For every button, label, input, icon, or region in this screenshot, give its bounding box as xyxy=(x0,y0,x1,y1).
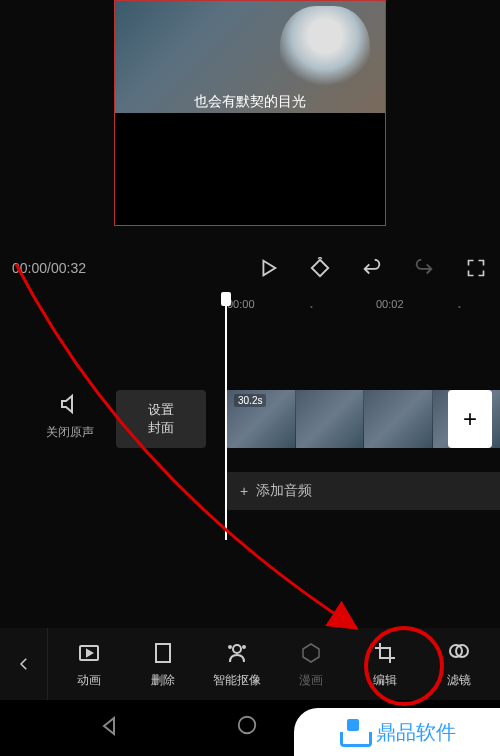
keyframe-button[interactable] xyxy=(308,256,332,280)
tool-edit[interactable]: 编辑 xyxy=(357,640,413,689)
video-preview-area: 也会有默契的目光 xyxy=(0,0,500,226)
set-cover-button[interactable]: 设置封面 xyxy=(116,390,206,448)
playhead[interactable] xyxy=(225,294,227,540)
cutout-icon xyxy=(224,640,250,666)
mute-toggle[interactable]: 关闭原声 xyxy=(46,392,94,441)
redo-button[interactable] xyxy=(412,256,436,280)
undo-button[interactable] xyxy=(360,256,384,280)
bottom-toolbar: 动画 删除 智能抠像 漫画 编辑 滤镜 xyxy=(0,628,500,700)
tool-animation[interactable]: 动画 xyxy=(61,640,117,689)
svg-rect-1 xyxy=(156,644,170,662)
filter-icon xyxy=(446,640,472,666)
nav-back-button[interactable] xyxy=(96,714,124,742)
tool-smart-cutout[interactable]: 智能抠像 xyxy=(209,640,265,689)
speaker-icon xyxy=(46,392,94,420)
timecode: 00:00/00:32 xyxy=(12,260,256,276)
video-subtitle: 也会有默契的目光 xyxy=(115,93,385,111)
tool-comic[interactable]: 漫画 xyxy=(283,640,339,689)
watermark: 鼎品软件 xyxy=(294,708,500,756)
plus-icon: + xyxy=(240,483,248,499)
svg-point-2 xyxy=(233,645,241,653)
nav-home-button[interactable] xyxy=(236,714,264,742)
svg-point-4 xyxy=(229,646,231,648)
svg-point-3 xyxy=(243,646,245,648)
add-clip-button[interactable]: + xyxy=(448,390,492,448)
timeline-area: 关闭原声 设置封面 30.2s + + 添加音频 xyxy=(0,382,500,542)
clip-duration: 30.2s xyxy=(234,394,266,407)
play-button[interactable] xyxy=(256,256,280,280)
transport-bar: 00:00/00:32 xyxy=(0,248,500,288)
watermark-logo-icon xyxy=(338,717,368,747)
timeline-ruler[interactable]: 00:00 • 00:02 • xyxy=(0,296,500,316)
svg-point-7 xyxy=(239,717,256,734)
tool-delete[interactable]: 删除 xyxy=(135,640,191,689)
add-audio-track[interactable]: + 添加音频 xyxy=(226,472,500,510)
tool-filter[interactable]: 滤镜 xyxy=(431,640,487,689)
crop-icon xyxy=(372,640,398,666)
back-button[interactable] xyxy=(0,628,48,700)
video-frame[interactable]: 也会有默契的目光 xyxy=(114,0,386,226)
comic-icon xyxy=(298,640,324,666)
fullscreen-button[interactable] xyxy=(464,256,488,280)
delete-icon xyxy=(150,640,176,666)
animation-icon xyxy=(76,640,102,666)
